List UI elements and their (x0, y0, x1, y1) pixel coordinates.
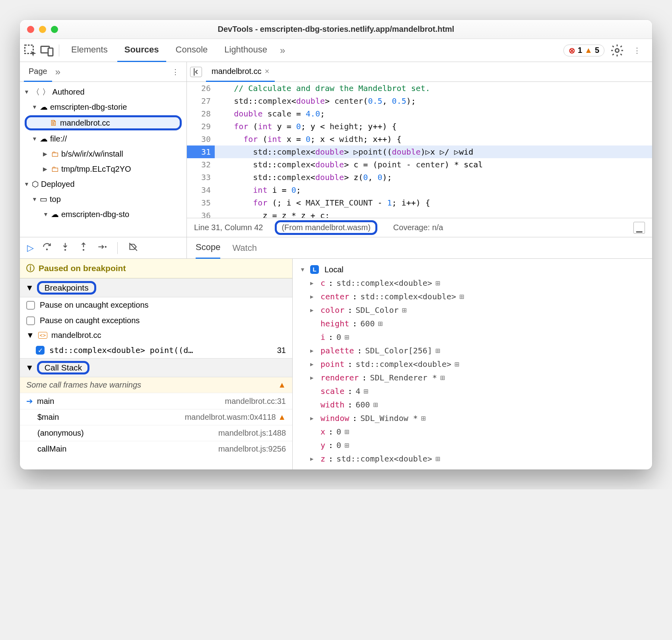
tab-sources[interactable]: Sources (117, 39, 166, 62)
deactivate-breakpoints-icon[interactable] (128, 242, 138, 254)
memory-icon[interactable]: ⊞ (421, 411, 426, 425)
memory-icon[interactable]: ⊞ (363, 384, 368, 398)
memory-icon[interactable]: ⊞ (454, 357, 459, 371)
step-out-icon[interactable] (78, 242, 89, 254)
code-line[interactable]: 26 // Calculate and draw the Mandelbrot … (187, 82, 652, 95)
toggle-navigator-icon[interactable] (190, 67, 202, 77)
device-toggle-icon[interactable] (40, 43, 54, 58)
code-line[interactable]: 36 z = z * z + c; (187, 209, 652, 218)
scope-variable[interactable]: width: 600 ⊞ (310, 398, 645, 411)
callstack-header[interactable]: ▼ Call Stack (20, 358, 292, 377)
scope-variable[interactable]: x: 0 ⊞ (310, 425, 645, 438)
tree-authored[interactable]: ▼〈 〉Authored (20, 84, 186, 99)
navigator-menu-icon[interactable]: ⋮ (168, 65, 183, 79)
memory-icon[interactable]: ⊞ (440, 371, 445, 384)
scope-variable[interactable]: y: 0 ⊞ (310, 438, 645, 452)
close-tab-icon[interactable]: × (265, 67, 270, 76)
scope-variable[interactable]: ▶z: std::complex<double> ⊞ (310, 452, 645, 465)
memory-icon[interactable]: ⊞ (344, 425, 349, 438)
memory-icon[interactable]: ⊞ (344, 330, 349, 344)
code-line[interactable]: 32 std::complex<double> c = (point - cen… (187, 158, 652, 171)
file-tab-mandelbrot[interactable]: mandelbrot.cc × (206, 62, 275, 82)
callstack-frame[interactable]: $mainmandelbrot.wasm:0x4118 ▲ (20, 409, 292, 425)
editor-pane: mandelbrot.cc × 26 // Calculate and draw… (187, 62, 652, 237)
step-into-icon[interactable] (60, 242, 70, 254)
scope-variable[interactable]: ▶color: SDL_Color ⊞ (310, 303, 645, 317)
step-over-icon[interactable] (42, 242, 52, 254)
callstack-frame[interactable]: ➔mainmandelbrot.cc:31 (20, 393, 292, 409)
tree-folder-1[interactable]: ▶🗀b/s/w/ir/x/w/install (20, 146, 186, 161)
debug-tabs: Scope Watch (187, 237, 652, 258)
memory-icon[interactable]: ⊞ (435, 452, 440, 465)
window-controls (27, 26, 58, 33)
tree-domain[interactable]: ▼☁emscripten-dbg-storie (20, 99, 186, 114)
code-line[interactable]: 34 int i = 0; (187, 184, 652, 196)
info-icon: ⓘ (26, 263, 35, 274)
svg-point-4 (46, 248, 48, 250)
breakpoints-header[interactable]: ▼ Breakpoints (20, 278, 292, 297)
code-line[interactable]: 33 std::complex<double> z(0, 0); (187, 171, 652, 184)
source-from-badge[interactable]: (From mandelbrot.wasm) (275, 220, 377, 235)
scope-local-header[interactable]: ▼LLocal (300, 263, 645, 276)
code-line[interactable]: 29 for (int y = 0; y < height; y++) { (187, 120, 652, 133)
tree-file-proto[interactable]: ▼☁file:// (20, 131, 186, 146)
callstack-frame[interactable]: callMainmandelbrot.js:9256 (20, 441, 292, 457)
scope-variable[interactable]: ▶center: std::complex<double> ⊞ (310, 290, 645, 303)
memory-icon[interactable]: ⊞ (435, 276, 440, 290)
code-line[interactable]: 27 std::complex<double> center(0.5, 0.5)… (187, 95, 652, 107)
inspect-icon[interactable] (23, 43, 37, 58)
callstack-frame[interactable]: (anonymous)mandelbrot.js:1488 (20, 425, 292, 441)
tab-lighthouse[interactable]: Lighthouse (217, 39, 274, 62)
scope-variable[interactable]: i: 0 ⊞ (310, 330, 645, 344)
scope-variable[interactable]: ▶c: std::complex<double> ⊞ (310, 276, 645, 290)
bp-entry[interactable]: ✓std::complex<double> point((d… 31 (20, 342, 292, 358)
memory-icon[interactable]: ⊞ (402, 303, 407, 317)
toggle-bottom-icon[interactable]: ▁ (633, 222, 645, 234)
tree-folder-2[interactable]: ▶🗀tmp/tmp.ELcTq2YO (20, 161, 186, 176)
minimize-window-button[interactable] (39, 26, 46, 33)
code-line[interactable]: 30 for (int x = 0; x < width; x++) { (187, 133, 652, 145)
code-line[interactable]: 31 std::complex<double> ▷point((double)▷… (187, 145, 652, 158)
memory-icon[interactable]: ⊞ (459, 290, 464, 303)
frame-icon: ▭ (40, 194, 47, 204)
callstack-warning: Some call frames have warnings ▲ (20, 377, 292, 393)
issues-badge[interactable]: ⊗1 ▲5 (563, 45, 604, 56)
zoom-window-button[interactable] (51, 26, 58, 33)
memory-icon[interactable]: ⊞ (373, 398, 378, 411)
more-tabs-icon[interactable]: » (277, 45, 288, 56)
scope-variable[interactable]: ▶renderer: SDL_Renderer * ⊞ (310, 371, 645, 384)
scope-variable[interactable]: height: 600 ⊞ (310, 317, 645, 330)
navigator-tab-page[interactable]: Page (24, 62, 52, 82)
tab-scope[interactable]: Scope (196, 237, 220, 259)
scope-variable[interactable]: ▶palette: SDL_Color[256] ⊞ (310, 344, 645, 357)
scope-variable[interactable]: scale: 4 ⊞ (310, 384, 645, 398)
bp-file[interactable]: ▼<>mandelbrot.cc (20, 328, 292, 342)
cube-icon: ⬡ (32, 179, 39, 189)
code-editor[interactable]: 26 // Calculate and draw the Mandelbrot … (187, 82, 652, 218)
scope-variable[interactable]: ▶point: std::complex<double> ⊞ (310, 357, 645, 371)
more-navigator-tabs-icon[interactable]: » (52, 66, 64, 78)
code-line[interactable]: 28 double scale = 4.0; (187, 107, 652, 120)
step-icon[interactable] (97, 242, 107, 254)
current-frame-icon: ➔ (26, 396, 33, 406)
source-file-icon: <> (38, 332, 47, 339)
bp-uncaught[interactable]: Pause on uncaught exceptions (20, 297, 292, 313)
tree-domain-2[interactable]: ▼☁emscripten-dbg-sto (20, 207, 186, 222)
memory-icon[interactable]: ⊞ (344, 438, 349, 452)
tree-top[interactable]: ▼▭top (20, 192, 186, 207)
tab-elements[interactable]: Elements (64, 39, 115, 62)
more-menu-icon[interactable]: ⋮ (630, 43, 644, 58)
error-count: 1 (578, 46, 582, 55)
tree-deployed[interactable]: ▼⬡Deployed (20, 176, 186, 192)
code-line[interactable]: 35 for (; i < MAX_ITER_COUNT - 1; i++) { (187, 196, 652, 209)
close-window-button[interactable] (27, 26, 34, 33)
tree-file-mandelbrot[interactable]: 🗎mandelbrot.cc (25, 115, 182, 130)
tab-console[interactable]: Console (169, 39, 215, 62)
scope-variable[interactable]: ▶window: SDL_Window * ⊞ (310, 411, 645, 425)
bp-caught[interactable]: Pause on caught exceptions (20, 313, 292, 328)
memory-icon[interactable]: ⊞ (435, 344, 440, 357)
tab-watch[interactable]: Watch (232, 237, 257, 259)
settings-icon[interactable] (610, 43, 624, 58)
memory-icon[interactable]: ⊞ (378, 317, 383, 330)
resume-icon[interactable]: ▷ (27, 243, 34, 253)
